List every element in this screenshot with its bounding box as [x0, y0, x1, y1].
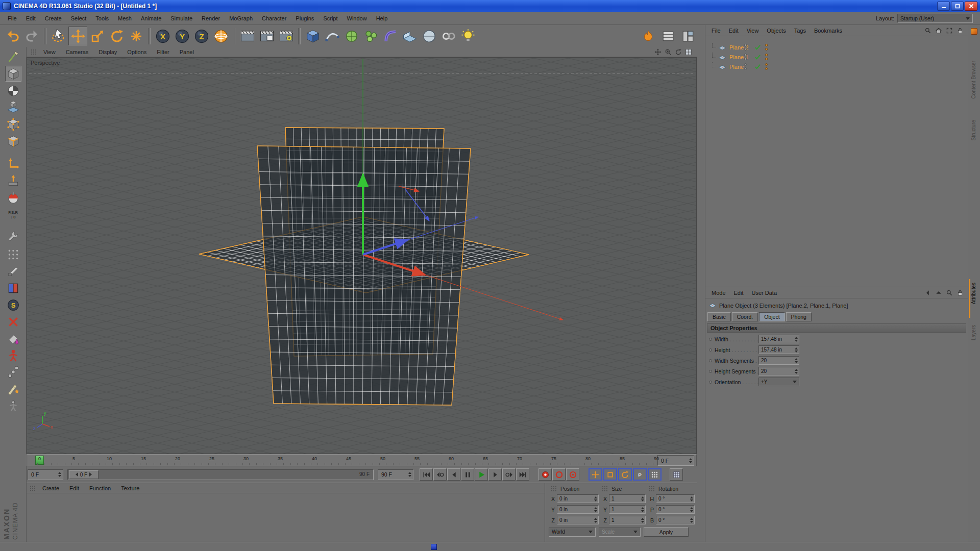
lock-z-icon[interactable]: Z [192, 27, 211, 45]
spinner[interactable] [688, 458, 693, 463]
visibility-dots[interactable] [744, 63, 747, 70]
orientation-dropdown[interactable]: +Y [758, 378, 799, 386]
edges-mode-icon[interactable] [5, 133, 21, 149]
array-tool-icon[interactable] [5, 246, 21, 262]
snap-tool-icon[interactable] [5, 190, 21, 206]
view-zoom-view-icon[interactable] [664, 48, 672, 56]
layout-dropdown[interactable]: Startup (User) [897, 14, 973, 23]
add-deformer-icon[interactable] [381, 27, 400, 45]
om-search-icon[interactable] [924, 27, 932, 35]
objects-menu-tags[interactable]: Tags [790, 26, 810, 35]
timeline-frame-60[interactable]: 60 [449, 456, 454, 461]
timeline-frame-80[interactable]: 80 [585, 456, 591, 461]
timeline-frame-65[interactable]: 65 [483, 456, 488, 461]
goto-prev-key-button[interactable] [433, 468, 447, 481]
panel-grip-icon[interactable] [551, 486, 556, 491]
enable-check-icon[interactable] [754, 54, 761, 60]
menu-plugins[interactable]: Plugins [291, 13, 318, 23]
close-button[interactable] [965, 2, 977, 11]
size-x-field[interactable]: 1 [609, 494, 646, 503]
menu-file[interactable]: File [3, 13, 21, 23]
timeline-frame-30[interactable]: 30 [243, 456, 249, 461]
spinner[interactable] [689, 496, 694, 502]
points-mode-icon[interactable] [5, 116, 21, 132]
menu-tools[interactable]: Tools [91, 13, 113, 23]
add-cube-icon[interactable] [303, 27, 322, 45]
redo-icon[interactable] [22, 27, 41, 45]
texture-mode-icon[interactable] [5, 83, 21, 98]
spinner[interactable] [794, 347, 798, 353]
object-row-plane-2[interactable]: Plane.2 [705, 42, 968, 52]
model-mode-icon[interactable] [5, 66, 21, 82]
rotation-h-field[interactable]: 0 ° [656, 494, 695, 503]
objects-menu-objects[interactable]: Objects [763, 26, 790, 35]
render-picture-viewer-icon[interactable] [257, 27, 276, 45]
titlebar[interactable]: CINEMA 4D R13.061 Studio (32 Bit) - [Unt… [0, 0, 980, 12]
current-frame-field[interactable]: 0 F [28, 469, 63, 480]
key-pla-toggle[interactable] [648, 468, 662, 481]
panel-grip-icon[interactable] [30, 485, 35, 491]
timeline-frame-10[interactable]: 10 [107, 456, 112, 461]
keyframe-dot[interactable] [709, 348, 712, 352]
app-icon[interactable] [3, 2, 11, 10]
rotation-b-field[interactable]: 0 ° [656, 516, 695, 524]
side-tab-structure[interactable]: Structure [971, 120, 976, 141]
interface-color-icon[interactable] [639, 27, 657, 45]
height-field[interactable]: 157.48 in [758, 345, 799, 354]
attributes-menu-edit[interactable]: Edit [730, 288, 748, 297]
move-icon[interactable] [68, 27, 87, 45]
objects-menu-bookmarks[interactable]: Bookmarks [810, 26, 846, 35]
menu-mograph[interactable]: MoGraph [225, 13, 257, 23]
object-list[interactable]: Plane.2Plane.1Plane [705, 36, 968, 287]
render-view-icon[interactable] [238, 27, 257, 45]
perspective-viewport[interactable]: yxz Perspective [27, 57, 697, 454]
attr-history-back-icon[interactable] [924, 289, 932, 297]
menu-animate[interactable]: Animate [136, 13, 166, 23]
attributes-menu-user-data[interactable]: User Data [748, 288, 781, 297]
timeline-frame-5[interactable]: 5 [72, 456, 75, 461]
add-array-icon[interactable] [361, 27, 380, 45]
menu-edit[interactable]: Edit [21, 13, 40, 23]
key-position-toggle[interactable] [589, 468, 602, 481]
spinner[interactable] [794, 337, 798, 342]
objects-menu-file[interactable]: File [707, 26, 725, 35]
uv-tool-icon[interactable] [5, 280, 21, 296]
live-selection-icon[interactable] [49, 27, 68, 45]
minimize-button[interactable] [937, 2, 950, 11]
attr-history-up-icon[interactable] [935, 289, 943, 297]
pliers-tool-icon[interactable] [5, 230, 21, 245]
psr-transfer-icon[interactable]: P.S.R↓ 0 [5, 207, 21, 222]
render-settings-icon[interactable] [277, 27, 296, 45]
timeline-frame-45[interactable]: 45 [346, 456, 351, 461]
spinner[interactable] [407, 472, 412, 477]
viewport-label[interactable]: Perspective [31, 60, 60, 66]
goto-start-button[interactable] [420, 468, 433, 481]
add-sky-icon[interactable] [420, 27, 438, 45]
scale-mode-dropdown[interactable]: Scale [599, 528, 641, 537]
normal-move-icon[interactable] [5, 173, 21, 189]
materials-menu-create[interactable]: Create [37, 484, 64, 492]
keyframe-dot[interactable] [709, 359, 712, 362]
width-field[interactable]: 157.48 in [758, 335, 799, 343]
keyframe-presets-button[interactable] [670, 468, 683, 481]
width-segments-field[interactable]: 20 [758, 356, 799, 365]
undo-icon[interactable] [3, 27, 22, 45]
range-slider-grip[interactable]: 0 F [69, 470, 99, 479]
timeline-frame-90[interactable]: 90 [654, 456, 659, 461]
spinner[interactable] [593, 507, 598, 512]
object-name[interactable]: Plane [728, 64, 744, 70]
viewport-scene[interactable]: yxz [27, 58, 696, 454]
viewport-menu-cameras[interactable]: Cameras [61, 48, 94, 56]
viewport-menu-panel[interactable]: Panel [175, 48, 199, 56]
palette-icon[interactable] [971, 28, 977, 35]
last-tool-icon[interactable] [127, 27, 145, 45]
om-home-icon[interactable] [935, 27, 943, 35]
timeline-frame-20[interactable]: 20 [175, 456, 180, 461]
menu-script[interactable]: Script [318, 13, 342, 23]
enable-check-icon[interactable] [754, 44, 761, 51]
object-row-plane[interactable]: Plane [705, 62, 968, 71]
joint-tool-icon[interactable] [5, 364, 21, 380]
timeline-frame-55[interactable]: 55 [414, 456, 420, 461]
panel-grip-icon[interactable] [31, 49, 36, 55]
timeline-frame-75[interactable]: 75 [551, 456, 556, 461]
